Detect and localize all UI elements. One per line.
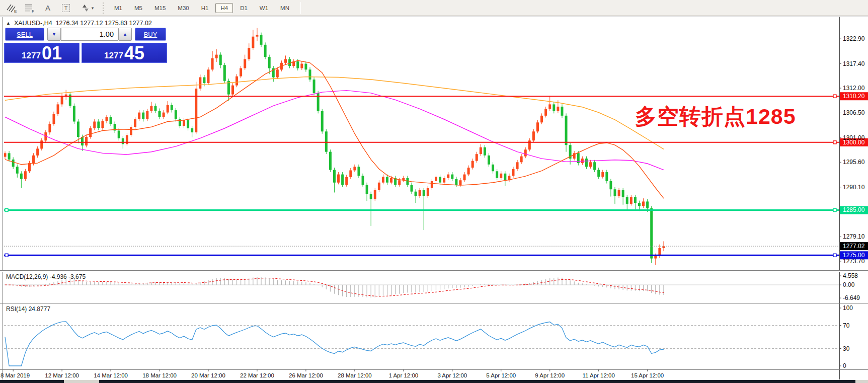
candle-body — [16, 167, 19, 173]
current-price-tag-text: 1277.02 — [843, 243, 865, 250]
candle-body — [40, 140, 43, 148]
candle-body — [256, 35, 258, 37]
candle-body — [284, 59, 287, 63]
candle-body — [24, 171, 27, 179]
candle-body — [20, 174, 23, 179]
candle-body — [557, 107, 559, 111]
candle-body — [122, 138, 124, 144]
candle-body — [235, 76, 238, 86]
price-tick-label: 1295.60 — [843, 159, 865, 166]
candle-body — [260, 35, 263, 45]
candle-body — [146, 111, 148, 119]
price-tick-label: 1290.10 — [843, 184, 865, 191]
candle-body — [321, 111, 324, 131]
candle-body — [386, 177, 388, 183]
candle-body — [427, 188, 429, 196]
candle-body — [36, 148, 39, 155]
bottom-strip-segment — [0, 380, 64, 383]
hline-anchor[interactable] — [833, 141, 836, 144]
candle-body — [634, 197, 637, 203]
hline-anchor[interactable] — [833, 95, 836, 98]
candle-body — [585, 159, 588, 167]
candle-body — [443, 178, 445, 183]
date-tick-label: 28 Mar 12:00 — [338, 372, 372, 378]
candle-body — [439, 177, 441, 183]
candle-body — [378, 183, 380, 190]
hline-anchor[interactable] — [5, 208, 8, 211]
candle-body — [536, 122, 539, 131]
candle-body — [138, 113, 140, 119]
date-tick-label: 20 Mar 12:00 — [191, 372, 225, 378]
candle-body — [203, 78, 205, 84]
macd-axis-label: 0.00 — [843, 281, 855, 288]
date-tick-label: 22 Mar 12:00 — [240, 372, 274, 378]
collapse-triangle-icon[interactable]: ▲ — [6, 21, 11, 26]
rsi-axis-label: 100 — [843, 304, 853, 312]
buy-price-big: 45 — [124, 45, 144, 61]
candle-body — [300, 64, 303, 68]
candle-body — [337, 175, 340, 183]
candle-body — [97, 122, 100, 128]
date-tick-label: 1 Apr 12:00 — [388, 372, 418, 378]
candle-body — [57, 104, 59, 114]
candle-body — [366, 185, 368, 194]
sell-button[interactable]: SELL — [5, 28, 44, 41]
price-tick-label: 1273.70 — [843, 258, 865, 265]
candle-body — [345, 177, 348, 185]
candle-body — [415, 192, 417, 196]
candle-body — [609, 181, 612, 189]
hline-anchor[interactable] — [5, 254, 8, 257]
macd-axis-label: 4.558 — [843, 272, 858, 279]
sell-price-box[interactable]: 1277 01 — [4, 43, 80, 63]
candle-body — [520, 157, 523, 163]
candle-body — [374, 190, 376, 199]
date-tick-label: 9 Apr 12:00 — [535, 372, 565, 378]
candle-body — [484, 147, 486, 156]
rsi-pane-label: RSI(14) 24.8777 — [6, 305, 50, 313]
trade-prices-row: 1277 01 1277 45 — [4, 43, 167, 63]
macd-values: -4.936 -3.675 — [50, 273, 86, 280]
candle-body — [175, 110, 177, 119]
candle-body — [4, 153, 7, 157]
candle-body — [150, 106, 152, 111]
volume-decrease-button[interactable]: ▼ — [47, 28, 61, 41]
rsi-name: RSI(14) — [6, 305, 27, 313]
candle-body — [110, 117, 112, 124]
candle-body — [662, 246, 665, 248]
candle-body — [589, 162, 592, 167]
candle-body — [118, 130, 120, 138]
buy-price-box[interactable]: 1277 45 — [82, 43, 167, 63]
buy-button[interactable]: BUY — [135, 28, 166, 41]
candle-body — [101, 121, 104, 128]
candle-body — [435, 177, 437, 181]
candle-body — [154, 106, 156, 111]
date-tick-label: 15 Apr 12:00 — [631, 372, 664, 378]
hline-anchor[interactable] — [833, 208, 836, 211]
candle-body — [390, 178, 392, 183]
candle-body — [398, 180, 401, 185]
candle-body — [52, 114, 55, 124]
candle-body — [48, 124, 51, 132]
volume-input[interactable] — [61, 28, 118, 41]
candle-body — [451, 175, 453, 179]
date-tick-label: 11 Apr 12:00 — [582, 372, 614, 378]
candle-body — [288, 59, 291, 66]
candle-body — [496, 171, 498, 178]
macd-pane-label: MACD(12,26,9) -4.936 -3.675 — [6, 273, 86, 280]
candle-body — [419, 190, 421, 196]
volume-increase-button[interactable]: ▲ — [118, 28, 132, 41]
candle-body — [12, 160, 15, 167]
candle-body — [370, 194, 372, 199]
candle-body — [471, 161, 474, 168]
candle-body — [223, 65, 226, 81]
candle-body — [504, 174, 506, 180]
candle-body — [32, 156, 35, 163]
candle-body — [512, 169, 515, 176]
candle-body — [296, 61, 299, 68]
hline-anchor[interactable] — [833, 254, 836, 257]
macd-axis-label: -6.649 — [843, 294, 860, 301]
candle-body — [333, 170, 336, 183]
one-click-trading-panel: SELL ▼ ▲ BUY 1277 01 1277 45 — [4, 28, 167, 63]
candle-body — [544, 109, 547, 115]
candle-body — [630, 197, 633, 203]
